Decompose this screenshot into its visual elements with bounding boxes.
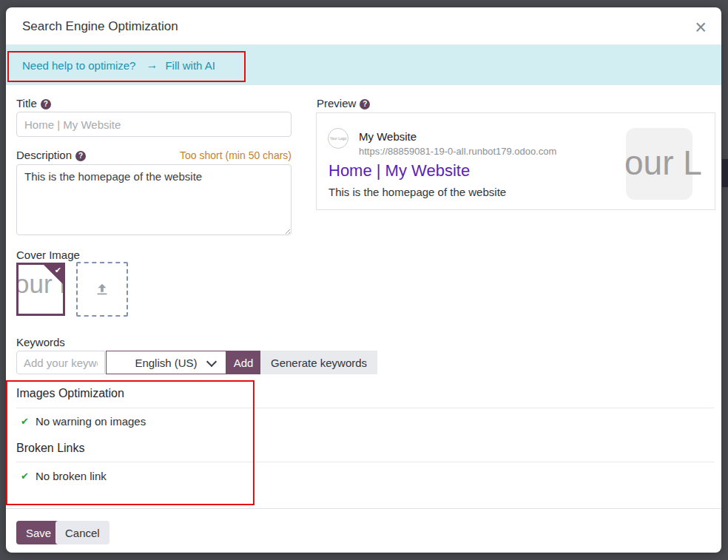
broken-links-heading: Broken Links: [16, 442, 85, 455]
description-textarea[interactable]: This is the homepage of the website: [16, 164, 291, 235]
images-status-row: ✔ No warning on images: [21, 415, 146, 428]
screenshot-root: { "modal": { "title": "Search Engine Opt…: [0, 0, 728, 560]
cover-image-selected-tile[interactable]: our L ✔: [16, 263, 65, 316]
check-icon: ✔: [55, 266, 61, 275]
upload-image-tile[interactable]: [76, 262, 128, 317]
chevron-down-icon: [206, 357, 217, 367]
help-icon[interactable]: ?: [41, 99, 51, 109]
description-header-row: Description? Too short (min 50 chars): [16, 149, 291, 161]
preview-url: https://88859081-19-0-all.runbot179.odoo…: [359, 146, 556, 157]
preview-label: Preview?: [317, 97, 370, 109]
save-button[interactable]: Save: [16, 521, 61, 544]
links-status-text: No broken link: [36, 470, 107, 482]
help-icon[interactable]: ?: [360, 99, 370, 109]
footer-divider: [6, 508, 721, 509]
check-icon: ✔: [21, 416, 29, 427]
preview-page-title-link: Home | My Website: [328, 161, 470, 181]
ai-help-banner: Need help to optimize? → Fill with AI: [6, 45, 721, 85]
links-status-row: ✔ No broken link: [21, 470, 107, 482]
favicon-image: Your Logo: [328, 128, 348, 149]
backdrop-artifact: [722, 159, 728, 187]
title-input[interactable]: [16, 112, 291, 137]
title-label: Title?: [16, 97, 51, 109]
seo-dialog: Search Engine Optimization × Need help t…: [6, 7, 721, 553]
serp-preview-card: Your Logo My Website https://88859081-19…: [316, 112, 715, 210]
fill-with-ai-link[interactable]: Fill with AI: [165, 59, 215, 72]
banner-text: Need help to optimize?: [22, 59, 135, 72]
images-optimization-heading: Images Optimization: [16, 387, 124, 400]
check-icon: ✔: [21, 470, 29, 482]
add-keyword-button[interactable]: Add: [226, 351, 260, 374]
section-divider: [16, 462, 714, 462]
section-divider: [16, 408, 714, 408]
upload-icon: [94, 281, 110, 297]
cancel-button[interactable]: Cancel: [55, 521, 109, 544]
language-select[interactable]: English (US): [106, 351, 226, 374]
preview-thumbnail-image: our L: [626, 128, 692, 200]
arrow-right-icon: →: [146, 58, 158, 72]
images-status-text: No warning on images: [36, 415, 146, 428]
description-label: Description?: [16, 149, 86, 161]
language-select-value: English (US): [135, 357, 197, 369]
cover-image-label: Cover Image: [16, 249, 80, 261]
keyword-input[interactable]: [16, 351, 105, 374]
preview-site-name: My Website: [359, 130, 417, 143]
help-icon[interactable]: ?: [75, 151, 86, 161]
dialog-title: Search Engine Optimization: [22, 19, 178, 34]
close-icon[interactable]: ×: [690, 13, 711, 42]
keywords-label: Keywords: [16, 336, 65, 348]
generate-keywords-button[interactable]: Generate keywords: [260, 351, 377, 374]
description-warning: Too short (min 50 chars): [180, 149, 291, 161]
preview-description: This is the homepage of the website: [328, 186, 506, 198]
